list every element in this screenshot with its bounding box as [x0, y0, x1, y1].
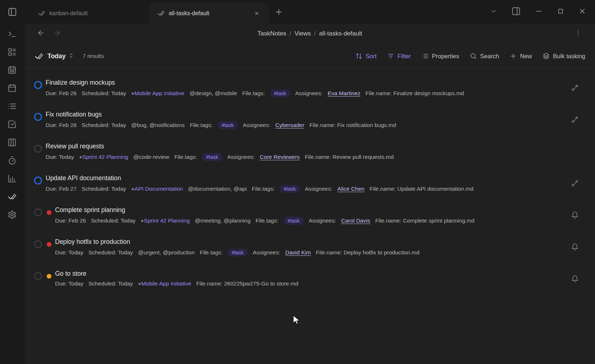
- tab-label: all-tasks-default: [169, 10, 209, 17]
- ribbon-item-check-square[interactable]: [8, 120, 17, 129]
- project-link[interactable]: +Mobile App Initiative: [138, 280, 191, 287]
- recurring-icon: [571, 84, 579, 92]
- tab-all-tasks-default[interactable]: all-tasks-default: [149, 3, 269, 24]
- priority-dot-red: [47, 210, 51, 215]
- task-status-circle[interactable]: [34, 177, 42, 185]
- assignee-link[interactable]: Eva Martinez: [328, 90, 360, 97]
- ribbon-item-layout-list[interactable]: [8, 47, 17, 56]
- ribbon-item-timer[interactable]: [8, 156, 17, 165]
- task-title: Review pull requests: [46, 142, 394, 151]
- search-icon: [470, 52, 477, 60]
- plus-prefix: +: [131, 186, 134, 192]
- task-meta: Due: Feb 28Scheduled: Today@bug, @notifi…: [46, 121, 396, 129]
- breadcrumb-item-views[interactable]: Views: [294, 30, 311, 37]
- assignee-link[interactable]: David Kim: [285, 249, 311, 256]
- project-name: Mobile App Initiative: [141, 280, 191, 287]
- task-row[interactable]: Update API documentationDue: Feb 27Sched…: [34, 173, 595, 205]
- sort-button[interactable]: Sort: [355, 52, 377, 60]
- breadcrumb-separator: /: [289, 30, 291, 37]
- list-filter-icon: [387, 52, 394, 60]
- navigate-back-button[interactable]: [37, 29, 45, 38]
- toggle-right-sidebar-button[interactable]: [511, 7, 521, 17]
- tag-badge[interactable]: #task: [227, 249, 247, 257]
- tag-badge[interactable]: #task: [218, 121, 238, 129]
- maximize-button[interactable]: [557, 8, 564, 16]
- action-label: Bulk tasking: [553, 53, 585, 60]
- filter-button[interactable]: Filter: [387, 52, 411, 60]
- meta-text: File.name: Review pull requests.md: [305, 154, 394, 160]
- ribbon-item-tasknotes[interactable]: [8, 192, 17, 201]
- meta-text: @urgent, @production: [138, 249, 194, 256]
- ribbon-item-bar-chart[interactable]: [8, 174, 17, 183]
- tab-list-dropdown-button[interactable]: [490, 8, 497, 16]
- meta-text: File.name: 260225pw275-Go to store.md: [196, 280, 298, 287]
- window-controls: [490, 0, 595, 24]
- bulk-tasking-button[interactable]: Bulk tasking: [542, 52, 585, 60]
- tag-badge[interactable]: #task: [284, 217, 303, 225]
- task-row[interactable]: Go to storeDue: TodayScheduled: Today+Mo…: [34, 269, 595, 301]
- view-selector-button[interactable]: [68, 53, 74, 60]
- ribbon-item-calendar[interactable]: [8, 84, 17, 93]
- project-link[interactable]: +Sprint 42 Planning: [79, 154, 128, 160]
- priority-dot-orange: [47, 274, 51, 279]
- breadcrumb: TaskNotes/Views/all-tasks-default: [257, 30, 362, 37]
- plus-icon: [275, 8, 283, 16]
- search-button[interactable]: Search: [470, 52, 499, 60]
- new-tab-button[interactable]: [275, 0, 283, 24]
- toggle-left-sidebar-button[interactable]: [0, 0, 25, 24]
- task-status-circle[interactable]: [34, 113, 42, 121]
- project-link[interactable]: +API Documentation: [131, 186, 183, 192]
- task-status-circle[interactable]: [34, 208, 42, 216]
- ribbon-item-calendar-days[interactable]: [8, 65, 17, 75]
- close-window-button[interactable]: [578, 7, 586, 17]
- more-options-button[interactable]: [574, 29, 582, 38]
- layers-icon: [542, 52, 550, 60]
- meta-text: Assignees:: [305, 186, 332, 192]
- assignee-link[interactable]: Alice Chen: [338, 186, 365, 192]
- breadcrumb-item-tasknotes[interactable]: TaskNotes: [257, 30, 286, 37]
- meta-text: @code-review: [133, 154, 169, 160]
- titlebar: kanban-defaultall-tasks-default: [0, 0, 595, 24]
- meta-text: Due: Feb 26: [46, 90, 76, 97]
- ribbon-item-settings[interactable]: [8, 210, 17, 219]
- task-row[interactable]: Complete sprint planningDue: Feb 26Sched…: [34, 205, 595, 237]
- task-meta: Due: TodayScheduled: Today+Mobile App In…: [55, 280, 298, 287]
- arrow-up-down-icon: [355, 52, 363, 60]
- ribbon-item-columns[interactable]: [8, 138, 17, 147]
- view-title[interactable]: Today: [47, 52, 66, 60]
- tag-badge[interactable]: #task: [270, 89, 290, 97]
- new-button[interactable]: New: [510, 52, 532, 60]
- task-row[interactable]: Fix notification bugsDue: Feb 28Schedule…: [34, 110, 595, 141]
- task-status-circle[interactable]: [34, 145, 42, 153]
- meta-text: Scheduled: Today: [88, 280, 133, 287]
- meta-text: @meeting, @planning: [195, 217, 251, 224]
- plus-icon: [510, 52, 517, 60]
- ribbon-item-list[interactable]: [8, 102, 17, 111]
- ribbon-item-terminal[interactable]: [8, 29, 17, 38]
- task-row[interactable]: Review pull requestsDue: Today+Sprint 42…: [34, 141, 595, 173]
- project-name: Sprint 42 Planning: [144, 217, 190, 224]
- properties-button[interactable]: Properties: [422, 52, 459, 60]
- tag-badge[interactable]: #task: [202, 153, 222, 161]
- task-row[interactable]: Deploy hotfix to productionDue: TodaySch…: [34, 237, 595, 269]
- breadcrumb-item-all-tasks-default[interactable]: all-tasks-default: [319, 30, 362, 37]
- assignee-link[interactable]: Cybersader: [275, 122, 304, 128]
- tab-kanban-default[interactable]: kanban-default: [30, 3, 149, 24]
- meta-text: @documentation, @api: [188, 186, 247, 192]
- project-link[interactable]: +Sprint 42 Planning: [141, 217, 190, 224]
- project-link[interactable]: +Mobile App Initiative: [131, 90, 184, 97]
- action-label: Sort: [366, 53, 377, 60]
- minimize-button[interactable]: [535, 7, 543, 17]
- task-row[interactable]: Finalize design mockupsDue: Feb 26Schedu…: [34, 78, 595, 110]
- task-status-circle[interactable]: [34, 272, 42, 280]
- meta-text: File.tags:: [242, 90, 265, 97]
- assignee-link[interactable]: Carol Davis: [341, 217, 370, 224]
- task-status-circle[interactable]: [34, 81, 42, 89]
- tag-badge[interactable]: #task: [280, 185, 299, 193]
- task-status-circle[interactable]: [34, 240, 42, 248]
- navigate-forward-button[interactable]: [53, 29, 61, 38]
- meta-text: File.tags:: [174, 154, 197, 160]
- close-tab-button[interactable]: [253, 9, 261, 17]
- breadcrumb-separator: /: [314, 30, 316, 37]
- assignee-link[interactable]: Core Reviewers: [260, 154, 299, 160]
